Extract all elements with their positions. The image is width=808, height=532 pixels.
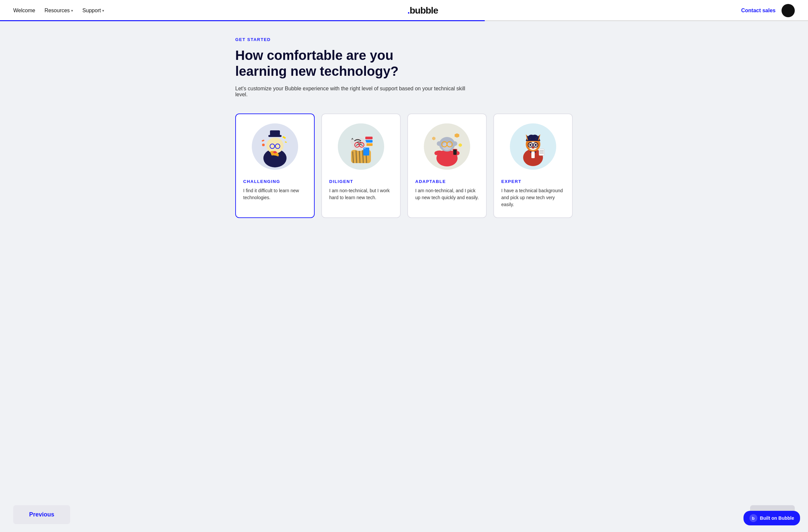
bottom-bar: Previous Next xyxy=(0,497,808,532)
nav-left: Welcome Resources ▾ Support ▾ xyxy=(13,7,104,14)
card-challenging[interactable]: CHALLENGING I find it difficult to learn… xyxy=(235,113,315,218)
nav-resources[interactable]: Resources ▾ xyxy=(44,7,73,14)
card-adaptable-tag: ADAPTABLE xyxy=(415,179,479,184)
svg-rect-4 xyxy=(270,130,280,136)
nav-welcome[interactable]: Welcome xyxy=(13,7,35,14)
avatar[interactable] xyxy=(782,4,795,17)
card-illustration-expert xyxy=(510,123,556,170)
svg-rect-14 xyxy=(365,140,372,143)
card-illustration-challenging xyxy=(252,123,298,170)
svg-rect-24 xyxy=(364,148,366,149)
main-content: GET STARTED How comfortable are you lear… xyxy=(222,21,586,304)
card-diligent-desc: I am non-technical, but I work hard to l… xyxy=(329,187,393,201)
built-on-bubble-badge[interactable]: b Built on Bubble xyxy=(743,511,800,526)
svg-point-51 xyxy=(529,144,531,146)
card-adaptable[interactable]: ADAPTABLE I am non-technical, and I pick… xyxy=(407,113,487,218)
card-illustration-adaptable xyxy=(424,123,470,170)
svg-point-52 xyxy=(535,144,537,146)
card-expert-tag: EXPERT xyxy=(501,179,565,184)
cards-grid: CHALLENGING I find it difficult to learn… xyxy=(235,113,573,218)
resources-chevron-icon: ▾ xyxy=(71,8,73,13)
card-diligent-tag: DILIGENT xyxy=(329,179,393,184)
navbar: Welcome Resources ▾ Support ▾ .bubble Co… xyxy=(0,0,808,21)
svg-point-22 xyxy=(350,139,354,144)
svg-rect-15 xyxy=(365,136,372,139)
svg-rect-41 xyxy=(531,151,535,158)
card-challenging-tag: CHALLENGING xyxy=(243,179,307,184)
card-expert-desc: I have a technical background and pick u… xyxy=(501,187,565,208)
contact-sales-link[interactable]: Contact sales xyxy=(741,7,775,14)
page-title: How comfortable are you learning new tec… xyxy=(235,47,434,79)
logo[interactable]: .bubble xyxy=(407,5,438,16)
get-started-label: GET STARTED xyxy=(235,37,573,42)
card-adaptable-desc: I am non-technical, and I pick up new te… xyxy=(415,187,479,201)
svg-point-38 xyxy=(453,141,457,146)
nav-support[interactable]: Support ▾ xyxy=(82,7,104,14)
card-illustration-diligent xyxy=(338,123,384,170)
nav-right: Contact sales xyxy=(741,4,795,17)
card-expert[interactable]: EXPERT I have a technical background and… xyxy=(493,113,573,218)
bubble-b-icon: b xyxy=(749,514,757,522)
svg-point-53 xyxy=(532,147,534,149)
built-on-bubble-label: Built on Bubble xyxy=(760,515,794,521)
svg-point-10 xyxy=(262,144,265,146)
svg-point-37 xyxy=(437,141,441,146)
svg-rect-36 xyxy=(453,149,457,155)
card-challenging-desc: I find it difficult to learn new technol… xyxy=(243,187,307,201)
previous-button[interactable]: Previous xyxy=(13,505,70,524)
svg-rect-54 xyxy=(539,149,544,155)
nav-center: .bubble xyxy=(104,5,741,16)
card-diligent[interactable]: DILIGENT I am non-technical, but I work … xyxy=(321,113,401,218)
page-subtitle: Let's customize your Bubble experience w… xyxy=(235,86,467,97)
